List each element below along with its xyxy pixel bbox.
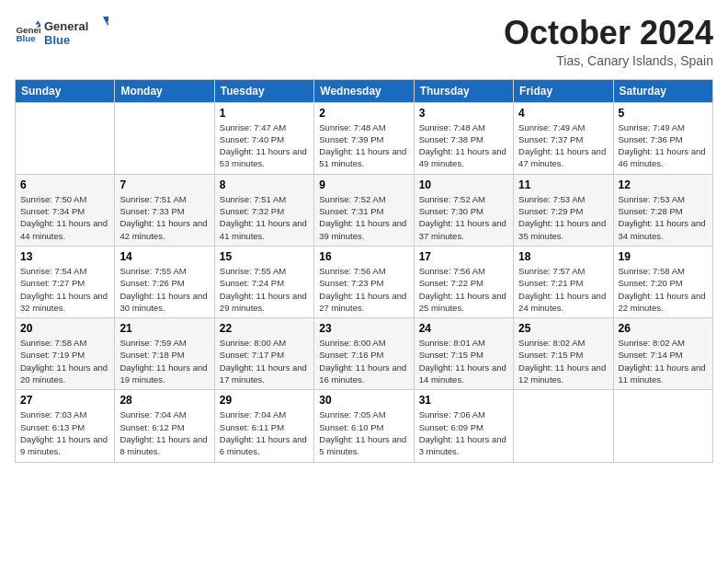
col-friday: Friday xyxy=(514,79,613,102)
logo-svg: General Blue xyxy=(44,15,108,50)
day-info: Sunrise: 8:00 AMSunset: 7:16 PMDaylight:… xyxy=(319,337,408,385)
week-row-4: 20Sunrise: 7:58 AMSunset: 7:19 PMDayligh… xyxy=(16,318,713,390)
day-cell: 21Sunrise: 7:59 AMSunset: 7:18 PMDayligh… xyxy=(115,318,214,390)
day-cell: 18Sunrise: 7:57 AMSunset: 7:21 PMDayligh… xyxy=(514,246,613,317)
day-number: 16 xyxy=(319,250,408,263)
svg-text:General: General xyxy=(44,19,88,33)
day-cell: 4Sunrise: 7:49 AMSunset: 7:37 PMDaylight… xyxy=(514,102,613,174)
day-cell: 17Sunrise: 7:56 AMSunset: 7:22 PMDayligh… xyxy=(414,246,513,317)
day-cell: 3Sunrise: 7:48 AMSunset: 7:38 PMDaylight… xyxy=(414,102,513,174)
day-number: 19 xyxy=(619,250,708,263)
day-cell xyxy=(115,102,214,174)
month-title: October 2024 xyxy=(504,15,713,52)
day-number: 30 xyxy=(319,394,408,407)
day-number: 29 xyxy=(220,394,309,407)
day-info: Sunrise: 7:04 AMSunset: 6:11 PMDaylight:… xyxy=(220,408,309,457)
day-number: 10 xyxy=(419,178,508,191)
day-number: 22 xyxy=(220,322,309,335)
day-cell: 11Sunrise: 7:53 AMSunset: 7:29 PMDayligh… xyxy=(514,174,613,246)
svg-marker-2 xyxy=(35,20,40,24)
day-number: 3 xyxy=(419,107,508,120)
day-number: 20 xyxy=(20,322,109,335)
location-subtitle: Tias, Canary Islands, Spain xyxy=(504,53,713,68)
day-number: 27 xyxy=(20,394,109,407)
col-sunday: Sunday xyxy=(16,79,115,102)
day-info: Sunrise: 7:55 AMSunset: 7:24 PMDaylight:… xyxy=(220,265,309,314)
day-cell: 15Sunrise: 7:55 AMSunset: 7:24 PMDayligh… xyxy=(214,246,313,317)
svg-text:Blue: Blue xyxy=(44,33,70,47)
day-cell: 22Sunrise: 8:00 AMSunset: 7:17 PMDayligh… xyxy=(214,318,313,390)
day-info: Sunrise: 7:53 AMSunset: 7:29 PMDaylight:… xyxy=(518,193,608,242)
day-info: Sunrise: 7:49 AMSunset: 7:37 PMDaylight:… xyxy=(518,121,608,170)
day-info: Sunrise: 7:47 AMSunset: 7:40 PMDaylight:… xyxy=(220,121,309,170)
day-info: Sunrise: 8:01 AMSunset: 7:15 PMDaylight:… xyxy=(419,337,508,385)
day-number: 8 xyxy=(220,178,309,191)
col-thursday: Thursday xyxy=(414,79,513,102)
day-info: Sunrise: 7:54 AMSunset: 7:27 PMDaylight:… xyxy=(20,265,109,314)
day-info: Sunrise: 7:06 AMSunset: 6:09 PMDaylight:… xyxy=(419,408,508,457)
col-saturday: Saturday xyxy=(613,79,712,102)
col-tuesday: Tuesday xyxy=(214,79,313,102)
calendar-header-row: Sunday Monday Tuesday Wednesday Thursday… xyxy=(16,79,713,102)
logo-icon: General Blue xyxy=(15,19,40,45)
day-info: Sunrise: 7:55 AMSunset: 7:26 PMDaylight:… xyxy=(119,265,209,314)
day-info: Sunrise: 7:04 AMSunset: 6:12 PMDaylight:… xyxy=(119,408,209,457)
day-info: Sunrise: 7:52 AMSunset: 7:30 PMDaylight:… xyxy=(419,193,508,242)
day-cell: 29Sunrise: 7:04 AMSunset: 6:11 PMDayligh… xyxy=(214,390,313,462)
day-info: Sunrise: 7:05 AMSunset: 6:10 PMDaylight:… xyxy=(319,408,408,457)
day-info: Sunrise: 7:51 AMSunset: 7:32 PMDaylight:… xyxy=(220,193,309,242)
day-info: Sunrise: 7:51 AMSunset: 7:33 PMDaylight:… xyxy=(119,193,209,242)
day-number: 5 xyxy=(619,107,708,120)
day-cell: 1Sunrise: 7:47 AMSunset: 7:40 PMDaylight… xyxy=(214,102,313,174)
day-number: 11 xyxy=(518,178,608,191)
day-number: 31 xyxy=(419,394,508,407)
day-cell xyxy=(514,390,613,462)
day-number: 18 xyxy=(518,250,608,263)
day-info: Sunrise: 7:49 AMSunset: 7:36 PMDaylight:… xyxy=(619,121,708,170)
day-info: Sunrise: 7:56 AMSunset: 7:23 PMDaylight:… xyxy=(319,265,408,314)
day-info: Sunrise: 7:57 AMSunset: 7:21 PMDaylight:… xyxy=(518,265,608,314)
day-info: Sunrise: 7:58 AMSunset: 7:20 PMDaylight:… xyxy=(619,265,708,314)
day-number: 15 xyxy=(220,250,309,263)
day-cell: 13Sunrise: 7:54 AMSunset: 7:27 PMDayligh… xyxy=(16,246,115,317)
day-cell: 8Sunrise: 7:51 AMSunset: 7:32 PMDaylight… xyxy=(214,174,313,246)
day-number: 2 xyxy=(319,107,408,120)
col-monday: Monday xyxy=(115,79,214,102)
day-cell: 14Sunrise: 7:55 AMSunset: 7:26 PMDayligh… xyxy=(115,246,214,317)
day-number: 4 xyxy=(518,107,608,120)
day-number: 17 xyxy=(419,250,508,263)
day-number: 7 xyxy=(119,178,209,191)
col-wednesday: Wednesday xyxy=(314,79,414,102)
logo: General Blue General Blue xyxy=(15,15,108,50)
day-number: 24 xyxy=(419,322,508,335)
day-info: Sunrise: 7:48 AMSunset: 7:39 PMDaylight:… xyxy=(319,121,408,170)
day-cell: 31Sunrise: 7:06 AMSunset: 6:09 PMDayligh… xyxy=(414,390,513,462)
day-info: Sunrise: 7:56 AMSunset: 7:22 PMDaylight:… xyxy=(419,265,508,314)
week-row-5: 27Sunrise: 7:03 AMSunset: 6:13 PMDayligh… xyxy=(16,390,713,462)
day-number: 26 xyxy=(619,322,708,335)
day-number: 21 xyxy=(119,322,209,335)
day-cell: 27Sunrise: 7:03 AMSunset: 6:13 PMDayligh… xyxy=(16,390,115,462)
day-info: Sunrise: 7:48 AMSunset: 7:38 PMDaylight:… xyxy=(419,121,508,170)
day-number: 13 xyxy=(20,250,109,263)
day-cell xyxy=(16,102,115,174)
day-cell: 9Sunrise: 7:52 AMSunset: 7:31 PMDaylight… xyxy=(314,174,414,246)
day-info: Sunrise: 7:52 AMSunset: 7:31 PMDaylight:… xyxy=(319,193,408,242)
calendar-table: Sunday Monday Tuesday Wednesday Thursday… xyxy=(15,79,713,463)
day-info: Sunrise: 7:50 AMSunset: 7:34 PMDaylight:… xyxy=(20,193,109,242)
day-info: Sunrise: 7:03 AMSunset: 6:13 PMDaylight:… xyxy=(20,408,109,457)
day-cell: 5Sunrise: 7:49 AMSunset: 7:36 PMDaylight… xyxy=(613,102,712,174)
day-number: 23 xyxy=(319,322,408,335)
day-cell xyxy=(613,390,712,462)
day-number: 28 xyxy=(119,394,209,407)
day-cell: 24Sunrise: 8:01 AMSunset: 7:15 PMDayligh… xyxy=(414,318,513,390)
day-cell: 23Sunrise: 8:00 AMSunset: 7:16 PMDayligh… xyxy=(314,318,414,390)
day-cell: 19Sunrise: 7:58 AMSunset: 7:20 PMDayligh… xyxy=(613,246,712,317)
svg-text:Blue: Blue xyxy=(16,33,36,43)
day-cell: 12Sunrise: 7:53 AMSunset: 7:28 PMDayligh… xyxy=(613,174,712,246)
day-info: Sunrise: 8:02 AMSunset: 7:14 PMDaylight:… xyxy=(619,337,708,385)
day-number: 6 xyxy=(20,178,109,191)
day-info: Sunrise: 7:58 AMSunset: 7:19 PMDaylight:… xyxy=(20,337,109,385)
day-info: Sunrise: 8:02 AMSunset: 7:15 PMDaylight:… xyxy=(518,337,608,385)
day-number: 1 xyxy=(220,107,309,120)
